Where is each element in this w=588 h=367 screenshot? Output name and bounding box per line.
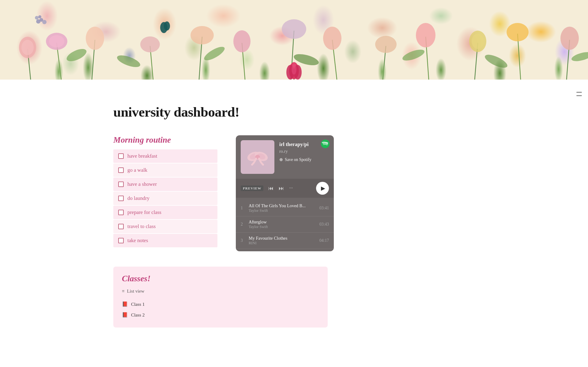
spotify-logo <box>321 140 330 149</box>
main-content: university dashboard! Morning routine ha… <box>0 80 588 328</box>
table-row[interactable]: 2 Afterglow Taylor Swift 03:43 <box>236 216 334 233</box>
dashboard-grid: Morning routine have breakfast go a walk… <box>113 135 527 251</box>
track-info: All Of The Girls You Loved B... Taylor S… <box>249 203 316 213</box>
svg-point-42 <box>571 50 588 63</box>
svg-line-9 <box>426 37 429 80</box>
spotify-top: irl therapy/pi ro.ry ⊕ Save on Spotify <box>236 135 334 179</box>
checkbox-take-notes[interactable] <box>118 238 124 243</box>
svg-line-7 <box>332 40 337 80</box>
svg-point-16 <box>49 35 64 47</box>
svg-point-31 <box>36 19 40 24</box>
track-duration: 04:17 <box>319 238 329 243</box>
bow-svg <box>245 145 270 169</box>
svg-line-3 <box>150 46 153 80</box>
play-button[interactable]: ▶ <box>316 182 329 195</box>
spotify-controls: PREVIEW ⏮ ⏭ ··· ▶ <box>236 179 334 198</box>
list-item: travel to class <box>113 220 217 233</box>
book-icon: 📕 <box>122 301 128 307</box>
svg-line-4 <box>199 37 202 80</box>
checklist-label: prepare for class <box>127 209 161 215</box>
svg-point-17 <box>86 27 104 50</box>
list-item: have breakfast <box>113 149 217 163</box>
checklist-label: take notes <box>127 238 148 244</box>
svg-point-21 <box>282 19 306 39</box>
list-view-label: List view <box>127 288 145 294</box>
track-artist: Taylor Swift <box>249 208 316 213</box>
list-item: go a walk <box>113 163 217 177</box>
list-item[interactable]: 📕 Class 2 <box>122 309 319 320</box>
checkbox-laundry[interactable] <box>118 196 124 201</box>
save-on-spotify-button[interactable]: ⊕ Save on Spotify <box>279 157 329 162</box>
scroll-handle <box>576 95 582 96</box>
checklist: have breakfast go a walk have a shower d… <box>113 149 217 247</box>
svg-line-0 <box>28 49 31 80</box>
scrollbar[interactable] <box>576 92 582 96</box>
scroll-handle <box>576 92 582 93</box>
classes-title: Classes! <box>122 274 319 283</box>
book-icon: 📕 <box>122 312 128 318</box>
svg-point-32 <box>40 18 43 22</box>
checkbox-have-breakfast[interactable] <box>118 153 124 159</box>
track-duration: 03:41 <box>319 206 329 211</box>
svg-point-13 <box>19 37 36 58</box>
tulip-decoration <box>282 58 306 80</box>
list-item[interactable]: 📕 Class 1 <box>122 299 319 309</box>
page-title: university dashboard! <box>113 104 527 120</box>
svg-point-30 <box>164 21 170 31</box>
checkbox-prepare-class[interactable] <box>118 210 124 215</box>
checkbox-travel-class[interactable] <box>118 224 124 229</box>
svg-point-20 <box>233 30 251 52</box>
svg-point-33 <box>42 20 47 24</box>
svg-point-18 <box>140 36 160 52</box>
svg-point-23 <box>375 36 397 53</box>
list-view-button[interactable]: ≡ List view <box>122 288 319 294</box>
table-row[interactable]: 1 All Of The Girls You Loved B... Taylor… <box>236 200 334 216</box>
list-icon: ≡ <box>122 288 125 294</box>
svg-point-28 <box>560 27 579 50</box>
svg-point-55 <box>321 140 330 148</box>
svg-line-12 <box>567 40 570 80</box>
svg-point-22 <box>323 27 341 50</box>
svg-line-10 <box>475 43 478 80</box>
svg-line-11 <box>518 34 521 80</box>
svg-point-14 <box>21 40 34 55</box>
svg-point-26 <box>472 34 484 49</box>
previous-button[interactable]: ⏮ <box>268 185 274 192</box>
floral-banner <box>0 0 588 80</box>
next-button[interactable]: ⏭ <box>279 185 284 192</box>
list-item: prepare for class <box>113 206 217 219</box>
track-name: My Favourite Clothes <box>249 236 316 241</box>
svg-point-36 <box>65 47 88 64</box>
track-list: 1 All Of The Girls You Loved B... Taylor… <box>236 198 334 251</box>
track-number: 3 <box>241 238 245 243</box>
track-name: Afterglow <box>249 219 316 225</box>
svg-point-49 <box>292 64 296 75</box>
track-name: All Of The Girls You Loved B... <box>249 203 316 208</box>
svg-point-15 <box>46 33 67 50</box>
checkbox-shower[interactable] <box>118 182 124 187</box>
more-options-button[interactable]: ··· <box>289 185 293 191</box>
checklist-label: go a walk <box>127 167 147 173</box>
save-label: Save on Spotify <box>285 157 311 162</box>
track-number: 2 <box>241 222 245 227</box>
svg-point-38 <box>202 44 227 63</box>
classes-section: Classes! ≡ List view 📕 Class 1 📕 Class 2 <box>113 267 328 328</box>
list-item: take notes <box>113 234 217 247</box>
track-info: Afterglow Taylor Swift <box>249 219 316 229</box>
track-artist: Taylor Swift <box>249 225 316 229</box>
track-number: 1 <box>241 206 245 211</box>
play-icon: ▶ <box>321 185 325 192</box>
morning-routine-title: Morning routine <box>113 135 217 145</box>
svg-line-8 <box>383 46 386 80</box>
svg-point-19 <box>190 26 214 44</box>
svg-point-27 <box>507 23 529 41</box>
spotify-widget: irl therapy/pi ro.ry ⊕ Save on Spotify <box>236 135 334 251</box>
playlist-author: ro.ry <box>279 149 329 154</box>
checklist-label: have a shower <box>127 181 157 187</box>
album-art <box>241 140 274 174</box>
checklist-label: travel to class <box>127 223 156 230</box>
track-artist: RINI <box>249 241 316 245</box>
svg-point-34 <box>38 15 41 18</box>
checkbox-go-walk[interactable] <box>118 167 124 173</box>
table-row[interactable]: 3 My Favourite Clothes RINI 04:17 <box>236 233 334 249</box>
